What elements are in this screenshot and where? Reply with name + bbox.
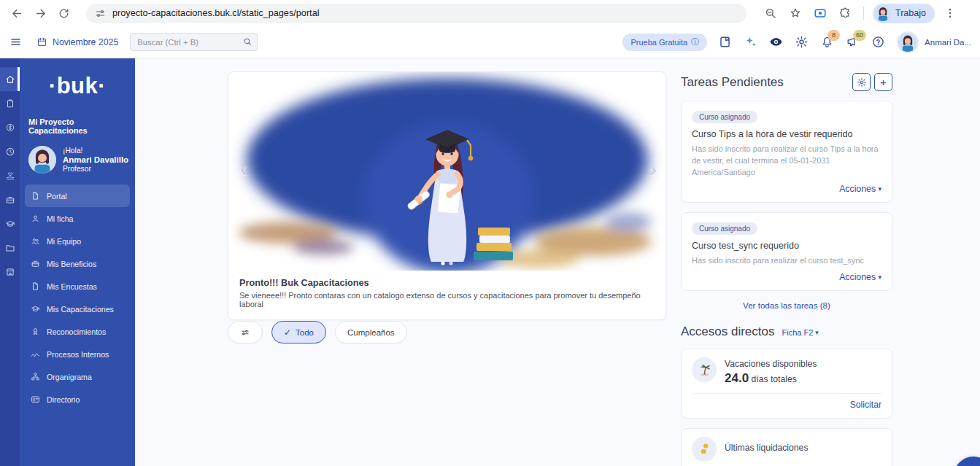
filter-settings-chip[interactable] bbox=[228, 321, 263, 343]
tasks-settings-button[interactable] bbox=[852, 73, 871, 91]
help-icon[interactable] bbox=[871, 35, 886, 50]
global-search bbox=[130, 33, 258, 51]
sidebar-item-mi-ficha[interactable]: Mi ficha bbox=[25, 207, 130, 230]
check-icon: ✓ bbox=[284, 327, 291, 338]
task-badge: Curso asignado bbox=[692, 222, 757, 235]
sidebar-item-directorio[interactable]: Directorio bbox=[25, 388, 130, 411]
search-icon[interactable] bbox=[242, 36, 252, 47]
user-menu[interactable]: Anmari Da... bbox=[897, 31, 971, 53]
notifications-count-badge: 8 bbox=[827, 30, 840, 41]
task-card: Curso asignado Curso test_sync requerido… bbox=[681, 212, 892, 291]
vacations-card: Vacaciones disponibles 24.0 días totales… bbox=[681, 349, 892, 419]
trial-badge[interactable]: Prueba Gratuita ⓘ bbox=[622, 34, 707, 51]
sidebar-avatar bbox=[28, 146, 56, 174]
rail-benefits-icon[interactable] bbox=[0, 187, 20, 211]
carousel-next-icon[interactable]: › bbox=[649, 158, 657, 180]
trial-badge-label: Prueba Gratuita bbox=[630, 38, 687, 47]
sidebar-item-mis-encuestas[interactable]: Mis Encuestas bbox=[25, 275, 130, 298]
task-title: Curso Tips a la hora de vestir requerido bbox=[692, 129, 881, 139]
media-control-icon[interactable] bbox=[811, 4, 830, 23]
payslip-month-link[interactable]: Noviembre 2025 bbox=[725, 463, 881, 466]
feed-filters: ✓ Todo Cumpleaños bbox=[228, 321, 407, 343]
menu-label: Mi ficha bbox=[47, 214, 74, 223]
period-selector[interactable]: Noviembre 2025 bbox=[36, 36, 118, 47]
task-actions-label: Acciones bbox=[839, 184, 876, 194]
bookmark-save-icon[interactable] bbox=[718, 35, 733, 50]
rail-time-icon[interactable] bbox=[0, 139, 20, 163]
sidebar-item-mi-equipo[interactable]: Mi Equipo bbox=[25, 230, 130, 252]
back-icon[interactable] bbox=[7, 4, 26, 23]
tasks-add-button[interactable]: + bbox=[874, 73, 892, 91]
notifications-bell-icon[interactable]: 8 bbox=[820, 35, 835, 50]
app-header: Noviembre 2025 Prueba Gratuita ⓘ 8 60 An… bbox=[0, 26, 980, 58]
right-panel: Tareas Pendientes + Curso asignado Curso… bbox=[681, 73, 892, 466]
sidebar-menu: Portal Mi ficha Mi Equipo Mis Beneficios… bbox=[20, 185, 135, 411]
people-icon bbox=[31, 236, 40, 246]
rail-remunerations-icon[interactable] bbox=[0, 115, 20, 139]
sidebar-item-organigrama[interactable]: Organigrama bbox=[25, 365, 130, 388]
task-actions-dropdown[interactable]: Acciones ▾ bbox=[692, 184, 881, 194]
announcements-count-badge: 60 bbox=[853, 30, 866, 41]
divider bbox=[692, 393, 881, 394]
main-content: ‹ › Pronto!!! Buk Capacitaciones Se vien… bbox=[135, 58, 980, 466]
graduation-cap-icon bbox=[31, 304, 40, 314]
zoom-out-icon[interactable] bbox=[761, 4, 780, 23]
menu-label: Directorio bbox=[47, 395, 80, 404]
sidebar-item-reconocimientos[interactable]: Reconocimientos bbox=[25, 320, 130, 343]
browser-profile-chip[interactable]: Trabajo bbox=[873, 4, 935, 23]
rail-documents-icon[interactable] bbox=[0, 236, 20, 260]
sidebar-user-role: Profesor bbox=[63, 165, 128, 173]
task-description: Has sido inscrito para realizar el curso… bbox=[692, 144, 881, 179]
task-description: Has sido inscrito para realizar el curso… bbox=[692, 255, 881, 267]
sidebar-item-procesos-internos[interactable]: Procesos Internos bbox=[25, 343, 130, 365]
reload-icon[interactable] bbox=[54, 4, 73, 23]
address-bar[interactable]: proyecto-capacitaciones.buk.cl/static_pa… bbox=[86, 4, 746, 23]
coins-icon bbox=[692, 437, 717, 462]
solicitar-link[interactable]: Solicitar bbox=[692, 400, 881, 410]
ficha-selector-label: Ficha F2 bbox=[782, 328, 814, 337]
shortcuts-title: Accesos directos bbox=[681, 325, 775, 339]
medal-icon bbox=[31, 327, 40, 336]
browser-menu-icon[interactable] bbox=[941, 4, 960, 23]
carousel-image: ‹ › bbox=[228, 72, 665, 271]
document-icon bbox=[31, 281, 40, 291]
menu-label: Mis Encuestas bbox=[47, 282, 97, 291]
ai-sparkles-icon[interactable] bbox=[744, 35, 758, 50]
user-name: Anmari Da... bbox=[925, 38, 971, 47]
org-chart-icon bbox=[31, 372, 40, 381]
task-actions-dropdown[interactable]: Acciones ▾ bbox=[692, 272, 881, 282]
filter-cumpleanos-label: Cumpleaños bbox=[347, 328, 395, 337]
vacations-days-suffix: días totales bbox=[751, 374, 796, 384]
menu-label: Procesos Internos bbox=[47, 350, 109, 359]
preview-eye-icon[interactable] bbox=[769, 35, 784, 50]
sidebar-item-mis-beneficios[interactable]: Mis Beneficios bbox=[25, 252, 130, 275]
sidebar-profile[interactable]: ¡Hola! Anmari Davalillo Profesor bbox=[28, 146, 135, 174]
user-avatar bbox=[897, 31, 919, 53]
settings-gear-icon[interactable] bbox=[795, 35, 809, 50]
site-settings-icon[interactable] bbox=[95, 8, 106, 19]
carousel-prev-icon[interactable]: ‹ bbox=[240, 158, 247, 180]
extensions-icon[interactable] bbox=[836, 4, 854, 23]
buk-logo[interactable]: ·buk· bbox=[20, 73, 135, 99]
task-title: Curso test_sync requerido bbox=[692, 241, 881, 251]
filter-cumpleanos-chip[interactable]: Cumpleaños bbox=[335, 321, 407, 343]
bookmark-star-icon[interactable] bbox=[786, 4, 805, 23]
payslips-card: Últimas liquidaciones Noviembre 2025 Oct… bbox=[681, 428, 892, 466]
caret-down-icon: ▾ bbox=[878, 273, 881, 281]
rail-wellness-icon[interactable] bbox=[0, 163, 20, 187]
sidebar-item-portal[interactable]: Portal bbox=[25, 185, 130, 207]
sidebar-item-mis-capacitaciones[interactable]: Mis Capacitaciones bbox=[25, 298, 130, 320]
rail-training-icon[interactable] bbox=[0, 211, 20, 236]
rail-marketplace-icon[interactable] bbox=[0, 260, 20, 284]
view-all-tasks-link[interactable]: Ver todas las tareas (8) bbox=[681, 300, 892, 310]
rail-home-icon[interactable] bbox=[0, 67, 20, 91]
id-card-icon bbox=[31, 395, 40, 404]
rail-clipboard-icon[interactable] bbox=[0, 91, 20, 115]
announcements-megaphone-icon[interactable]: 60 bbox=[846, 35, 860, 50]
forward-icon[interactable] bbox=[31, 4, 50, 23]
filter-todo-chip[interactable]: ✓ Todo bbox=[271, 321, 326, 343]
search-input[interactable] bbox=[130, 33, 258, 51]
hamburger-menu-icon[interactable] bbox=[4, 31, 26, 53]
menu-label: Organigrama bbox=[47, 373, 92, 381]
ficha-selector[interactable]: Ficha F2 ▾ bbox=[782, 328, 819, 337]
